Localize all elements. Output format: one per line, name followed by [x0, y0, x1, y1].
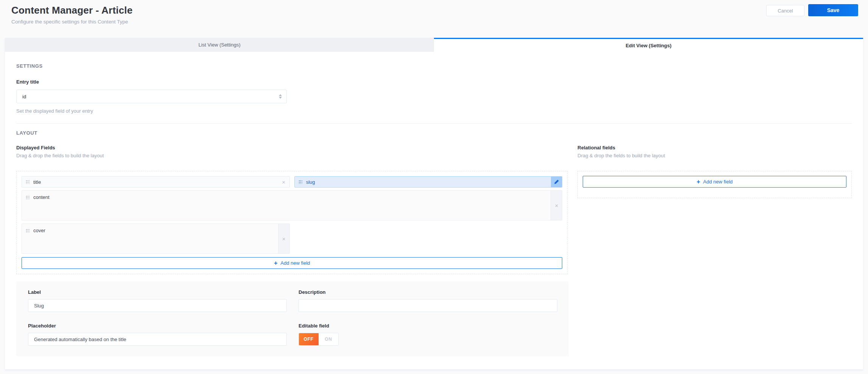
- page-title: Content Manager - Article: [11, 5, 132, 16]
- entry-title-help-text: Set the displayed field of your entry: [16, 108, 852, 114]
- description-input[interactable]: [299, 299, 557, 312]
- add-new-relational-field-label: Add new field: [703, 179, 733, 185]
- field-name: title: [33, 179, 278, 185]
- select-updown-icon: [279, 94, 282, 99]
- save-button[interactable]: Save: [808, 4, 858, 16]
- placeholder-field-label: Placeholder: [28, 323, 287, 329]
- placeholder-input[interactable]: [28, 333, 287, 346]
- entry-title-selected-value: id: [22, 94, 26, 99]
- tab-edit-view-settings[interactable]: Edit View (Settings): [434, 38, 863, 52]
- edit-field-button[interactable]: [551, 176, 562, 188]
- drag-handle-icon[interactable]: [26, 180, 30, 184]
- add-new-field-button[interactable]: + Add new field: [22, 257, 562, 269]
- tab-list-view-settings[interactable]: List View (Settings): [5, 38, 434, 52]
- displayed-fields-title: Displayed Fields: [16, 145, 568, 151]
- layout-section-heading: LAYOUT: [16, 130, 852, 136]
- toggle-on-option[interactable]: ON: [319, 333, 338, 345]
- field-name: slug: [306, 179, 551, 185]
- cancel-button[interactable]: Cancel: [766, 5, 804, 16]
- toggle-off-option[interactable]: OFF: [299, 333, 319, 346]
- field-box-content[interactable]: content ×: [22, 190, 562, 220]
- page-subtitle: Configure the specific settings for this…: [11, 19, 132, 25]
- add-new-field-label: Add new field: [280, 260, 310, 266]
- view-tabs: List View (Settings) Edit View (Settings…: [5, 38, 863, 52]
- editable-field-toggle: OFF ON: [299, 333, 339, 346]
- drag-handle-icon[interactable]: [26, 196, 30, 199]
- field-name: cover: [33, 228, 45, 233]
- relational-fields-title: Relational fields: [577, 145, 852, 151]
- field-settings-panel: Label Description Placeholder Editable f…: [16, 281, 569, 356]
- remove-field-icon[interactable]: ×: [278, 179, 289, 185]
- entry-title-select[interactable]: id: [16, 90, 287, 103]
- entry-title-label: Entry title: [16, 79, 852, 85]
- remove-field-icon[interactable]: ×: [551, 191, 562, 220]
- relational-fields-dropzone: + Add new field: [577, 171, 852, 198]
- displayed-fields-dropzone: title × slug: [16, 171, 568, 274]
- settings-card: List View (Settings) Edit View (Settings…: [5, 38, 863, 369]
- page-header: Content Manager - Article Configure the …: [11, 5, 132, 25]
- relational-fields-subtitle: Drag & drop the fields to build the layo…: [577, 153, 852, 158]
- drag-handle-icon[interactable]: [299, 180, 302, 184]
- description-field-label: Description: [299, 289, 557, 295]
- field-pill-title[interactable]: title ×: [22, 176, 290, 188]
- editable-field-label: Editable field: [299, 323, 557, 329]
- plus-icon: +: [274, 260, 277, 266]
- settings-section-heading: SETTINGS: [16, 63, 852, 69]
- plus-icon: +: [697, 179, 700, 185]
- field-box-cover[interactable]: cover ×: [22, 223, 290, 254]
- drag-handle-icon[interactable]: [26, 229, 30, 233]
- label-input[interactable]: [28, 299, 287, 312]
- remove-field-icon[interactable]: ×: [278, 224, 289, 253]
- field-name: content: [33, 194, 50, 200]
- section-divider: [16, 123, 852, 124]
- add-new-relational-field-button[interactable]: + Add new field: [583, 176, 846, 188]
- edit-pencil-icon: [554, 179, 559, 185]
- field-pill-slug[interactable]: slug: [294, 176, 563, 188]
- label-field-label: Label: [28, 289, 287, 295]
- displayed-fields-subtitle: Drag & drop the fields to build the layo…: [16, 153, 568, 158]
